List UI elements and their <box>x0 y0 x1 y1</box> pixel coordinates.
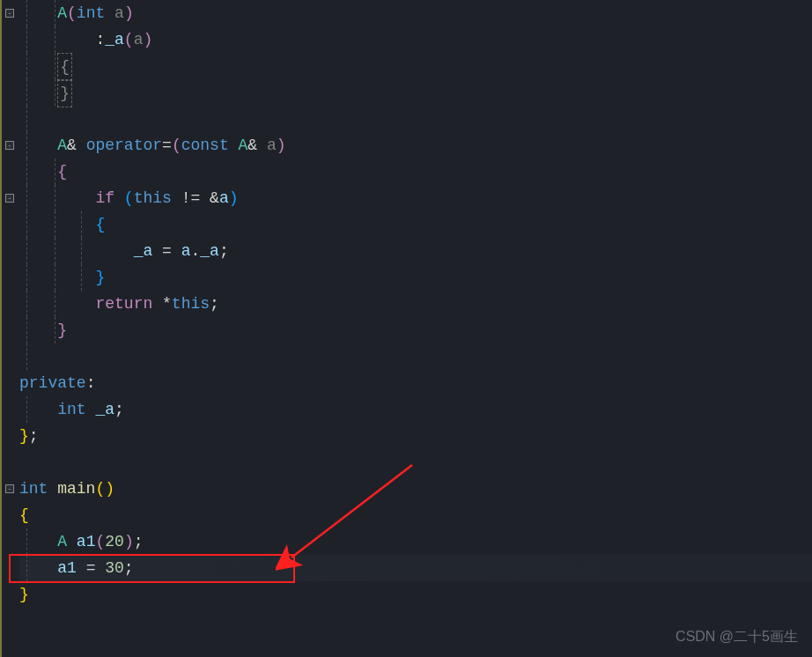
code-line[interactable]: }; <box>19 423 812 449</box>
variable: a1 <box>57 559 77 577</box>
semicolon: ; <box>29 427 39 445</box>
code-line[interactable]: } <box>19 581 812 608</box>
code-line[interactable]: { <box>19 211 812 238</box>
keyword-this: this <box>172 295 210 313</box>
field-name: _a <box>134 242 153 260</box>
keyword-int: int <box>77 4 105 22</box>
paren-close: ) <box>105 480 114 498</box>
semicolon: ; <box>114 401 124 418</box>
keyword-if: if <box>95 189 114 207</box>
paren-open: ( <box>124 189 134 207</box>
fold-marker-icon[interactable]: - <box>5 9 14 18</box>
paren-open: ( <box>95 533 105 550</box>
paren-close: ) <box>124 4 134 22</box>
code-line[interactable]: } <box>19 79 812 106</box>
brace-close: } <box>57 79 72 107</box>
colon: : <box>95 31 105 48</box>
code-line[interactable]: int main() <box>19 476 812 502</box>
variable: a <box>219 189 229 207</box>
brace-close: } <box>95 269 105 286</box>
code-line[interactable] <box>19 449 812 476</box>
op-assign: = <box>77 559 105 577</box>
fold-gutter: - - - - <box>0 0 16 657</box>
semicolon: ; <box>219 242 229 260</box>
brace-open: { <box>95 216 105 233</box>
semicolon: ; <box>124 559 134 577</box>
code-line[interactable]: { <box>19 53 812 79</box>
field-name: _a <box>105 31 124 48</box>
paren-open: ( <box>124 31 134 48</box>
fold-marker-icon[interactable]: - <box>5 141 14 150</box>
keyword-private: private <box>19 374 86 392</box>
amp: & <box>210 189 219 207</box>
op-assign: = <box>162 137 172 154</box>
amp: & <box>247 137 257 154</box>
operator-keyword: operator <box>86 137 162 154</box>
code-line[interactable]: private: <box>19 370 812 396</box>
paren-close: ) <box>124 533 134 550</box>
fold-marker-icon[interactable]: - <box>5 484 14 493</box>
code-line-current[interactable]: a1 = 30; <box>19 555 812 581</box>
watermark-text: CSDN @二十5画生 <box>675 628 798 646</box>
paren-open: ( <box>95 480 105 498</box>
dot: . <box>190 242 200 260</box>
code-line[interactable]: } <box>19 264 812 291</box>
brace-close: } <box>19 427 29 445</box>
paren-open: ( <box>172 137 181 154</box>
brace-close: } <box>19 586 29 603</box>
code-line[interactable]: _a = a._a; <box>19 238 812 264</box>
keyword-int: int <box>19 480 48 498</box>
arg: a <box>134 31 144 48</box>
paren-close: ) <box>229 189 239 207</box>
amp: & <box>67 137 86 154</box>
brace-close: } <box>57 321 67 339</box>
semicolon: ; <box>210 295 219 313</box>
type-name: A <box>239 137 248 154</box>
paren-open: ( <box>67 4 77 22</box>
code-line[interactable]: :_a(a) <box>19 26 812 53</box>
parameter: a <box>267 137 277 154</box>
code-line[interactable] <box>19 343 812 370</box>
op-assign: = <box>152 242 181 260</box>
code-line[interactable]: { <box>19 159 812 185</box>
keyword-const: const <box>181 137 229 154</box>
code-line[interactable]: int _a; <box>19 396 812 423</box>
code-line[interactable]: return *this; <box>19 291 812 317</box>
variable: a1 <box>77 533 96 550</box>
op-neq: != <box>172 189 210 207</box>
type-name: A <box>57 137 67 154</box>
variable: a <box>181 242 191 260</box>
brace-open: { <box>19 506 29 524</box>
brace-open: { <box>57 53 72 81</box>
paren-close: ) <box>277 137 286 154</box>
code-line[interactable]: { <box>19 502 812 528</box>
code-line[interactable]: A a1(20); <box>19 528 812 555</box>
parameter: a <box>114 4 124 22</box>
number-literal: 30 <box>105 559 124 577</box>
code-area[interactable]: A(int a) :_a(a) { } A& operator=(const A… <box>16 0 812 657</box>
fold-marker-icon[interactable]: - <box>5 194 14 203</box>
type-name: A <box>57 4 67 22</box>
keyword-int: int <box>57 401 85 418</box>
semicolon: ; <box>134 533 144 550</box>
number-literal: 20 <box>105 533 124 550</box>
brace-open: { <box>57 163 67 181</box>
field-name: _a <box>200 242 219 260</box>
code-editor[interactable]: - - - - A(int a) :_a(a) { } A& operator=… <box>0 0 812 657</box>
code-line[interactable]: } <box>19 317 812 343</box>
keyword-return: return <box>95 295 152 313</box>
colon: : <box>86 374 96 392</box>
keyword-this: this <box>134 189 172 207</box>
code-line[interactable] <box>19 106 812 132</box>
code-line[interactable]: A& operator=(const A& a) <box>19 132 812 159</box>
paren-close: ) <box>143 31 152 48</box>
function-name: main <box>57 480 95 498</box>
type-name: A <box>57 533 67 550</box>
deref: * <box>162 295 172 313</box>
field-name: _a <box>95 401 114 418</box>
code-line[interactable]: A(int a) <box>19 0 812 26</box>
code-line[interactable]: if (this != &a) <box>19 185 812 211</box>
